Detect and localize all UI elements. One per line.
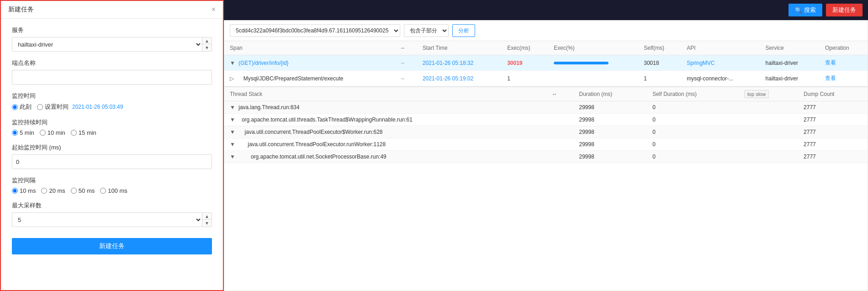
thread-duration-cell: 29998 bbox=[573, 114, 647, 126]
radio-now[interactable]: 此刻 bbox=[12, 103, 32, 111]
trace-self-ms-cell: 1 bbox=[638, 71, 681, 86]
thread-arrow-cell bbox=[546, 114, 574, 126]
trace-api-cell: SpringMVC bbox=[681, 55, 760, 71]
trace-arrow-cell: ↔ bbox=[395, 55, 417, 71]
spinner-up[interactable]: ▲ bbox=[202, 37, 212, 44]
thread-stack-cell: ▼ java.util.concurrent.ThreadPoolExecuto… bbox=[224, 126, 546, 138]
progress-bar bbox=[554, 62, 609, 64]
radio-now-input[interactable] bbox=[12, 104, 18, 110]
trace-self-ms-cell: 30018 bbox=[638, 55, 681, 71]
radio-20ms[interactable]: 20 ms bbox=[41, 187, 65, 194]
start-time-input[interactable] bbox=[12, 155, 212, 169]
radio-10ms-label: 10 ms bbox=[20, 187, 36, 194]
dump-count-value: 2777 bbox=[804, 141, 816, 148]
thread-expand-icon[interactable]: ▼ bbox=[230, 129, 235, 135]
thread-duration-cell: 29998 bbox=[573, 101, 647, 114]
trace-exec-pct-cell bbox=[548, 71, 638, 86]
thread-stack-cell: ▼ java.lang.Thread.run:834 bbox=[224, 101, 546, 114]
thread-table-row: ▼ java.util.concurrent.ThreadPoolExecuto… bbox=[224, 138, 868, 151]
radio-15min-label: 15 min bbox=[79, 129, 96, 136]
monitor-time-radio-group: 此刻 设置时间 2021-01-26 05:03:49 bbox=[12, 103, 212, 111]
operation-value[interactable]: 查看 bbox=[825, 75, 836, 81]
monitor-duration-group: 监控持续时间 5 min 10 min 15 min bbox=[12, 118, 212, 136]
radio-100ms[interactable]: 100 ms bbox=[100, 187, 127, 194]
radio-5min-label: 5 min bbox=[20, 129, 34, 136]
monitor-interval-label: 监控间隔 bbox=[12, 176, 212, 185]
thread-arrow-cell bbox=[546, 126, 574, 138]
max-samples-label: 最大采样数 bbox=[12, 201, 212, 210]
thread-duration-cell: 29998 bbox=[573, 151, 647, 163]
thread-dump-count-cell: 2777 bbox=[798, 114, 868, 126]
trace-span-cell: ▼ (GET)/driver/info/{id} bbox=[224, 55, 395, 71]
thread-expand-icon[interactable]: ▼ bbox=[230, 141, 235, 148]
spinner-up-samples[interactable]: ▲ bbox=[202, 213, 212, 220]
radio-50ms-input[interactable] bbox=[71, 188, 77, 194]
top-slow-badge: top slow bbox=[744, 90, 769, 98]
radio-set-time[interactable]: 设置时间 2021-01-26 05:03:49 bbox=[37, 103, 123, 111]
spinner-down-samples[interactable]: ▼ bbox=[202, 220, 212, 227]
thread-expand-icon[interactable]: ▼ bbox=[230, 116, 235, 123]
service-group: 服务 hailtaxi-driver ▲ ▼ bbox=[12, 26, 212, 52]
thread-table-row: ▼ java.util.concurrent.ThreadPoolExecuto… bbox=[224, 126, 868, 138]
th-self-ms: Self(ms) bbox=[638, 41, 681, 55]
trace-id-select[interactable]: 5cdd4c322a0946f3bdc00bc3fea8f4d9.67.1611… bbox=[230, 24, 400, 37]
radio-set-input[interactable] bbox=[37, 104, 43, 110]
thread-expand-icon[interactable]: ▼ bbox=[230, 104, 235, 111]
service-select-wrapper: hailtaxi-driver ▲ ▼ bbox=[12, 37, 212, 52]
dump-count-value: 2777 bbox=[804, 116, 816, 123]
trace-arrow-cell: ↔ bbox=[395, 71, 417, 86]
radio-15min[interactable]: 15 min bbox=[71, 129, 96, 136]
thread-self-duration-cell: 0 bbox=[647, 114, 739, 126]
expand-icon[interactable]: ▼ bbox=[230, 60, 235, 66]
trace-table-row: ▼ (GET)/driver/info/{id} ↔ 2021-01-26 05… bbox=[224, 55, 868, 71]
endpoint-group: 端点名称 bbox=[12, 59, 212, 85]
start-time-value[interactable]: 2021-01-26 05:18:32 bbox=[423, 60, 473, 66]
radio-20ms-input[interactable] bbox=[41, 188, 47, 194]
thread-duration-cell: 29998 bbox=[573, 126, 647, 138]
service-select[interactable]: hailtaxi-driver bbox=[12, 37, 202, 51]
start-time-value[interactable]: 2021-01-26 05:19:02 bbox=[423, 75, 473, 82]
exec-ms-value: 1 bbox=[507, 75, 510, 82]
monitor-time-label: 监控时间 bbox=[12, 92, 212, 100]
th-thread-stack: Thread Stack bbox=[224, 87, 546, 101]
max-samples-group: 最大采样数 5 ▲ ▼ bbox=[12, 201, 212, 227]
expand-icon[interactable]: ▷ bbox=[230, 75, 234, 82]
api-value[interactable]: SpringMVC bbox=[687, 60, 715, 66]
radio-10min[interactable]: 10 min bbox=[40, 129, 65, 136]
radio-10min-input[interactable] bbox=[40, 130, 46, 136]
thread-dump-count-cell: 2777 bbox=[798, 126, 868, 138]
radio-100ms-input[interactable] bbox=[100, 188, 106, 194]
th-start-time: Start Time bbox=[417, 41, 502, 55]
thread-section: Thread Stack ↔ Duration (ms) Self Durati… bbox=[224, 87, 868, 291]
endpoint-input[interactable] bbox=[12, 70, 212, 84]
max-samples-select[interactable]: 5 bbox=[12, 213, 202, 227]
search-icon: 🔍 bbox=[795, 7, 802, 14]
analyze-button[interactable]: 分析 bbox=[452, 24, 475, 37]
spinner-down[interactable]: ▼ bbox=[202, 44, 212, 51]
trace-service-cell: hailtaxi-driver bbox=[760, 71, 820, 86]
radio-10ms[interactable]: 10 ms bbox=[12, 187, 36, 194]
radio-5min-input[interactable] bbox=[12, 130, 18, 136]
span-name[interactable]: (GET)/driver/info/{id} bbox=[238, 60, 288, 66]
modal-body: 服务 hailtaxi-driver ▲ ▼ 端点名称 监控时间 bbox=[1, 19, 223, 290]
thread-stack-name: org.apache.tomcat.util.threads.TaskThrea… bbox=[242, 116, 413, 123]
thread-self-duration-cell: 0 bbox=[647, 151, 739, 163]
radio-15min-input[interactable] bbox=[71, 130, 77, 136]
thread-arrow-cell bbox=[546, 138, 574, 151]
set-time-value: 2021-01-26 05:03:49 bbox=[72, 104, 123, 110]
thread-top-slow-cell bbox=[739, 151, 798, 163]
submit-button[interactable]: 新建任务 bbox=[12, 238, 212, 254]
search-button[interactable]: 🔍 搜索 bbox=[789, 4, 822, 16]
new-task-button[interactable]: 新建任务 bbox=[826, 4, 863, 16]
radio-50ms[interactable]: 50 ms bbox=[71, 187, 95, 194]
thread-expand-icon[interactable]: ▼ bbox=[230, 153, 235, 160]
dump-count-value: 2777 bbox=[804, 129, 816, 135]
search-label: 搜索 bbox=[804, 6, 816, 14]
radio-5min[interactable]: 5 min bbox=[12, 129, 34, 136]
endpoint-input-wrapper bbox=[12, 70, 212, 85]
operation-value[interactable]: 查看 bbox=[825, 59, 836, 66]
duration-value: 29998 bbox=[579, 104, 594, 111]
radio-10ms-input[interactable] bbox=[12, 188, 18, 194]
close-button[interactable]: × bbox=[212, 6, 216, 13]
filter-select[interactable]: 包含子部分 bbox=[404, 24, 449, 37]
